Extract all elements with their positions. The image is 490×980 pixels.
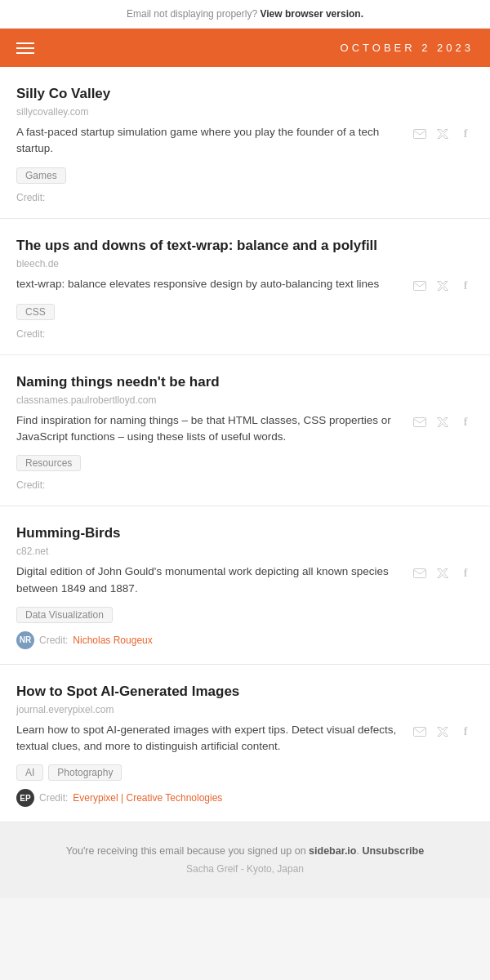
article-description: text-wrap: balance elevates responsive d…	[16, 276, 403, 292]
share-facebook-icon[interactable]: f	[457, 278, 474, 294]
tag[interactable]: CSS	[16, 304, 55, 320]
svg-rect-2	[414, 417, 426, 426]
menu-line-1	[16, 42, 34, 44]
share-icons: f	[412, 124, 474, 142]
tag[interactable]: Data Visualization	[16, 607, 113, 623]
share-facebook-icon[interactable]: f	[457, 126, 474, 142]
article-tags: Games	[16, 167, 474, 184]
share-mail-icon[interactable]	[412, 278, 428, 294]
tag[interactable]: Resources	[16, 455, 81, 471]
article-domain: bleech.de	[16, 258, 474, 270]
article-domain: classnames.paulrobertlloyd.com	[16, 394, 474, 406]
article-tags: Resources	[16, 455, 474, 471]
article-item: Naming things needn't be hardclassnames.…	[0, 355, 490, 507]
share-mail-icon[interactable]	[412, 565, 428, 581]
article-item: Silly Co Valleysillycovalley.comA fast-p…	[0, 67, 490, 219]
view-browser-link[interactable]: View browser version.	[260, 8, 363, 20]
tag[interactable]: Games	[16, 167, 66, 184]
share-mail-icon[interactable]	[412, 414, 428, 430]
article-domain: sillycovalley.com	[16, 106, 474, 118]
credit-avatar: EP	[16, 789, 34, 807]
share-icons: f	[412, 276, 474, 294]
footer-unsubscribe-link[interactable]: Unsubscribe	[362, 845, 424, 857]
article-item: How to Spot AI-Generated Imagesjournal.e…	[0, 665, 490, 823]
tag[interactable]: Photography	[48, 764, 122, 781]
header-date: OCTOBER 2 2023	[341, 42, 474, 54]
credit-link[interactable]: Everypixel | Creative Technologies	[73, 792, 222, 804]
share-twitter-icon[interactable]	[434, 565, 451, 581]
share-facebook-icon[interactable]: f	[457, 724, 474, 740]
credit-avatar: NR	[16, 631, 34, 649]
credit-link[interactable]: Nicholas Rougeux	[73, 635, 152, 646]
article-description: Find inspiration for naming things – be …	[16, 412, 403, 446]
menu-line-2	[16, 47, 34, 49]
article-credit: Credit:	[16, 192, 474, 203]
article-item: The ups and downs of text-wrap: balance …	[0, 219, 490, 355]
svg-rect-0	[414, 130, 426, 139]
article-body: text-wrap: balance elevates responsive d…	[16, 276, 474, 294]
menu-line-3	[16, 52, 34, 54]
footer-site-link[interactable]: sidebar.io	[309, 845, 356, 857]
share-twitter-icon[interactable]	[434, 126, 451, 142]
share-facebook-icon[interactable]: f	[457, 414, 474, 430]
article-body: Find inspiration for naming things – be …	[16, 412, 474, 446]
content: Silly Co Valleysillycovalley.comA fast-p…	[0, 67, 490, 822]
article-tags: Data Visualization	[16, 607, 474, 623]
article-tags: CSS	[16, 304, 474, 320]
credit-label: Credit:	[16, 192, 45, 203]
article-body: Digital edition of John Gould's monument…	[16, 564, 474, 597]
article-title: How to Spot AI-Generated Images	[16, 683, 474, 701]
article-description: Learn how to spot AI-generated images wi…	[16, 722, 403, 755]
svg-rect-4	[414, 727, 426, 736]
article-title: Naming things needn't be hard	[16, 373, 474, 391]
share-icons: f	[412, 722, 474, 740]
article-description: A fast-paced startup simulation game whe…	[16, 124, 403, 158]
share-twitter-icon[interactable]	[434, 724, 451, 740]
share-mail-icon[interactable]	[412, 724, 428, 740]
share-icons: f	[412, 564, 474, 581]
article-credit: Credit:	[16, 328, 474, 340]
article-title: The ups and downs of text-wrap: balance …	[16, 237, 474, 255]
article-body: Learn how to spot AI-generated images wi…	[16, 722, 474, 755]
share-twitter-icon[interactable]	[434, 414, 451, 430]
article-domain: journal.everypixel.com	[16, 704, 474, 715]
footer: You're receiving this email because you …	[0, 822, 490, 898]
article-domain: c82.net	[16, 546, 474, 557]
credit-label: Credit:	[39, 792, 68, 804]
share-icons: f	[412, 412, 474, 430]
credit-label: Credit:	[39, 635, 68, 646]
article-body: A fast-paced startup simulation game whe…	[16, 124, 474, 158]
credit-label: Credit:	[16, 328, 45, 340]
footer-author: Sacha Greif - Kyoto, Japan	[16, 861, 474, 879]
article-title: Silly Co Valley	[16, 85, 474, 103]
top-bar-text: Email not displaying properly?	[127, 8, 257, 20]
tag[interactable]: AI	[16, 764, 43, 781]
credit-label: Credit:	[16, 479, 45, 491]
share-mail-icon[interactable]	[412, 126, 428, 142]
share-twitter-icon[interactable]	[434, 278, 451, 294]
article-credit: EPCredit: Everypixel | Creative Technolo…	[16, 789, 474, 807]
menu-icon[interactable]	[16, 42, 34, 54]
svg-rect-1	[414, 281, 426, 290]
footer-text: You're receiving this email because you …	[16, 842, 474, 861]
svg-rect-3	[414, 569, 426, 578]
article-credit: NRCredit: Nicholas Rougeux	[16, 631, 474, 649]
article-item: Humming-Birdsc82.netDigital edition of J…	[0, 506, 490, 665]
article-credit: Credit:	[16, 479, 474, 491]
article-tags: AIPhotography	[16, 764, 474, 781]
share-facebook-icon[interactable]: f	[457, 565, 474, 581]
article-description: Digital edition of John Gould's monument…	[16, 564, 403, 597]
article-title: Humming-Birds	[16, 524, 474, 542]
header: OCTOBER 2 2023	[0, 29, 490, 67]
top-bar: Email not displaying properly? View brow…	[0, 0, 490, 29]
footer-description: You're receiving this email because you …	[66, 845, 306, 857]
